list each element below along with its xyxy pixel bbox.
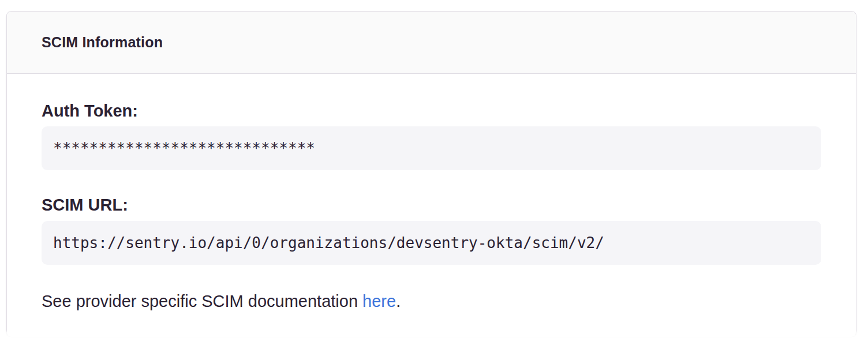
panel-body: Auth Token: ****************************…: [7, 74, 856, 337]
documentation-here-link[interactable]: here: [362, 292, 396, 310]
scim-information-panel: SCIM Information Auth Token: ***********…: [6, 11, 856, 335]
scim-url-value: https://sentry.io/api/0/organizations/de…: [42, 221, 821, 265]
panel-title: SCIM Information: [42, 34, 163, 51]
auth-token-label: Auth Token:: [42, 102, 821, 119]
documentation-note-period: .: [396, 292, 401, 310]
panel-header: SCIM Information: [7, 12, 856, 74]
documentation-note: See provider specific SCIM documentation…: [42, 291, 821, 312]
scim-url-label: SCIM URL:: [42, 196, 821, 213]
auth-token-value: *****************************: [42, 126, 821, 170]
documentation-note-text: See provider specific SCIM documentation: [42, 292, 362, 310]
